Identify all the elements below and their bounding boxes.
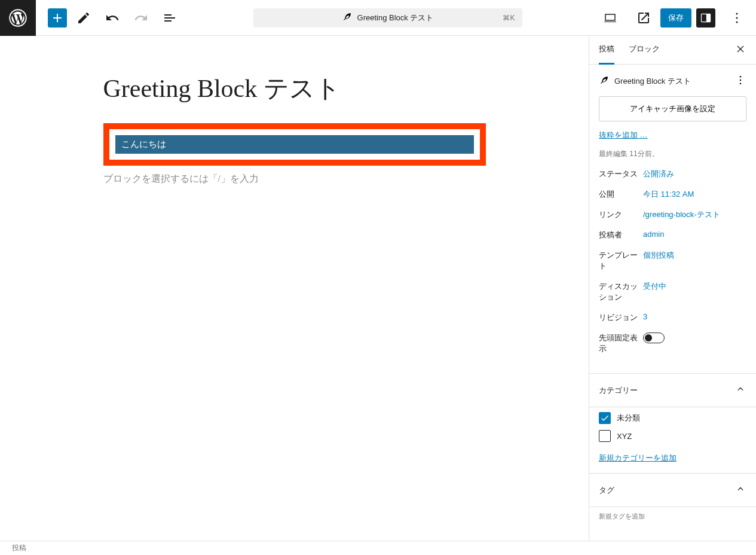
link-label: リンク <box>599 209 643 220</box>
author-label: 投稿者 <box>599 230 643 240</box>
settings-sidebar: 投稿 ブロック Greeting Block テスト アイキャッチ画像を設定 抜… <box>589 36 756 541</box>
document-title-text: Greeting Block テスト <box>357 13 434 23</box>
tags-panel-header[interactable]: タグ <box>589 474 756 507</box>
status-label: ステータス <box>599 169 643 179</box>
preview-external-button[interactable] <box>632 6 656 30</box>
category-item: 未分類 <box>599 412 746 424</box>
greeting-block[interactable]: こんにちは <box>115 135 474 154</box>
add-category-link[interactable]: 新規カテゴリーを追加 <box>599 453 677 463</box>
summary-actions-button[interactable] <box>734 74 746 88</box>
sticky-toggle[interactable] <box>643 333 665 343</box>
template-value[interactable]: 個別投稿 <box>643 250 746 272</box>
svg-point-4 <box>736 17 738 19</box>
category-item: XYZ <box>599 430 746 442</box>
sticky-label: 先頭固定表示 <box>599 333 643 354</box>
revisions-value[interactable]: 3 <box>643 312 746 323</box>
link-value[interactable]: /greeting-block-テスト <box>643 209 746 220</box>
author-value[interactable]: admin <box>643 230 746 240</box>
svg-point-6 <box>740 76 742 78</box>
svg-rect-2 <box>706 14 711 22</box>
add-excerpt-link[interactable]: 抜粋を追加 … <box>599 130 648 141</box>
chevron-up-icon <box>734 483 746 497</box>
selected-block-highlight: こんにちは <box>103 123 486 166</box>
category-label: XYZ <box>617 432 632 441</box>
svg-point-3 <box>736 13 738 14</box>
breadcrumb-text[interactable]: 投稿 <box>12 543 26 553</box>
document-overview-button[interactable] <box>158 6 182 30</box>
discussion-label: ディスカッション <box>599 281 643 303</box>
template-label: テンプレート <box>599 250 643 272</box>
status-bar: 投稿 <box>0 541 756 555</box>
publish-label: 公開 <box>599 189 643 200</box>
category-label: 未分類 <box>617 413 640 423</box>
top-toolbar: Greeting Block テスト ⌘K 保存 <box>0 0 756 36</box>
feather-icon <box>342 11 353 24</box>
feather-icon <box>599 75 610 87</box>
category-checkbox[interactable] <box>599 430 611 442</box>
tags-header-label: タグ <box>599 485 614 496</box>
tags-panel-body: 新規タグを追加 <box>589 507 756 533</box>
categories-panel-body: 未分類 XYZ 新規カテゴリーを追加 <box>589 407 756 474</box>
main-wrap: Greeting Block テスト こんにちは ブロックを選択するには「/」を… <box>0 36 756 541</box>
block-appender-placeholder[interactable]: ブロックを選択するには「/」を入力 <box>103 173 486 185</box>
sidebar-body: Greeting Block テスト アイキャッチ画像を設定 抜粋を追加 … 最… <box>589 65 756 541</box>
post-title[interactable]: Greeting Block テスト <box>103 72 486 105</box>
status-value[interactable]: 公開済み <box>643 169 746 179</box>
close-sidebar-button[interactable] <box>734 43 746 57</box>
publish-value[interactable]: 今日 11:32 AM <box>643 189 746 200</box>
document-title-button[interactable]: Greeting Block テスト ⌘K <box>253 8 522 28</box>
options-button[interactable] <box>725 6 749 30</box>
svg-point-5 <box>736 21 738 23</box>
set-featured-image-button[interactable]: アイキャッチ画像を設定 <box>599 96 746 121</box>
editor-canvas[interactable]: Greeting Block テスト こんにちは ブロックを選択するには「/」を… <box>0 36 589 541</box>
shortcut-hint: ⌘K <box>503 14 515 22</box>
undo-button[interactable] <box>100 6 124 30</box>
add-tag-label: 新規タグを追加 <box>599 512 746 521</box>
svg-point-8 <box>740 83 742 85</box>
revisions-label: リビジョン <box>599 312 643 323</box>
discussion-value[interactable]: 受付中 <box>643 281 746 303</box>
tools-button[interactable] <box>72 6 96 30</box>
tab-post[interactable]: 投稿 <box>599 36 614 65</box>
category-checkbox[interactable] <box>599 412 611 424</box>
post-summary-section: Greeting Block テスト アイキャッチ画像を設定 抜粋を追加 … 最… <box>589 65 756 374</box>
sidebar-toggle-button[interactable] <box>696 8 715 28</box>
sidebar-tabs: 投稿 ブロック <box>589 36 756 65</box>
save-button[interactable]: 保存 <box>660 8 691 28</box>
tab-block[interactable]: ブロック <box>629 36 660 65</box>
toolbar-right: 保存 <box>593 6 756 30</box>
view-button[interactable] <box>598 6 622 30</box>
categories-panel-header[interactable]: カテゴリー <box>589 374 756 407</box>
categories-header-label: カテゴリー <box>599 385 638 396</box>
post-summary-title: Greeting Block テスト <box>614 76 734 87</box>
redo-button[interactable] <box>129 6 153 30</box>
wordpress-logo[interactable] <box>0 0 36 36</box>
chevron-up-icon <box>734 383 746 397</box>
last-edit-text: 最終編集 11分前。 <box>599 149 746 159</box>
svg-point-7 <box>740 80 742 81</box>
document-title-area: Greeting Block テスト ⌘K <box>182 8 593 28</box>
insert-block-button[interactable] <box>48 8 67 28</box>
